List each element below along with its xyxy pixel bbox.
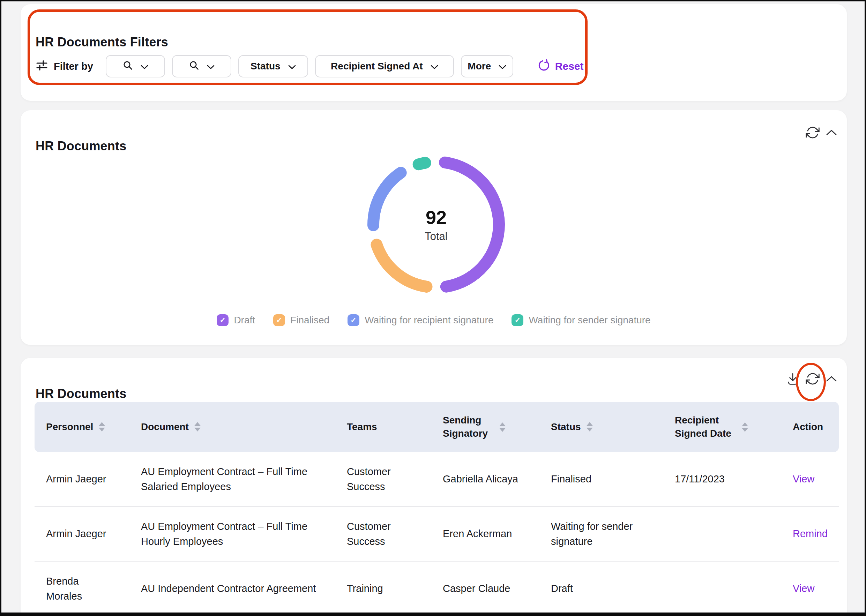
- column-label: Status: [551, 420, 581, 434]
- filter-by-label: Filter by: [54, 61, 93, 72]
- sort-icon[interactable]: [99, 422, 105, 432]
- chevron-down-icon: [288, 61, 296, 72]
- cell-status: Waiting for sender signature: [539, 519, 663, 548]
- cell-sending-signatory: Gabriella Alicaya: [431, 471, 539, 486]
- table-row: Armin Jaeger AU Employment Contract – Fu…: [35, 507, 839, 562]
- more-filters-dropdown[interactable]: More: [461, 55, 513, 77]
- hr-dashboard-screen: { "annotation_color": "#e23a0e", "filter…: [0, 0, 866, 616]
- sort-icon[interactable]: [499, 423, 506, 432]
- sort-icon[interactable]: [194, 422, 201, 432]
- cell-teams: Customer Success: [335, 519, 431, 548]
- chevron-down-icon: [498, 61, 506, 72]
- search-icon: [189, 60, 199, 73]
- donut-segment-finalised: [376, 245, 426, 286]
- chevron-down-icon: [207, 61, 215, 72]
- search-filter-dropdown-2[interactable]: [172, 55, 231, 77]
- download-icon[interactable]: [786, 372, 799, 386]
- column-label: Sending Signatory: [443, 414, 494, 440]
- cell-personnel: Brenda Morales: [35, 574, 129, 603]
- legend-item-finalised[interactable]: ✓ Finalised: [273, 314, 329, 326]
- table-row: Armin Jaeger AU Employment Contract – Fu…: [35, 452, 839, 507]
- reset-filters-button[interactable]: Reset: [538, 59, 584, 74]
- legend-label: Finalised: [290, 314, 329, 326]
- column-header-personnel[interactable]: Personnel: [35, 420, 129, 434]
- collapse-chevron-up-icon[interactable]: [826, 376, 837, 382]
- reset-icon: [538, 59, 550, 74]
- sliders-icon: [36, 59, 48, 74]
- column-header-recipient-signed-date[interactable]: Recipient Signed Date: [663, 414, 781, 440]
- legend-item-waiting-sender[interactable]: ✓ Waiting for sender signature: [511, 314, 651, 326]
- column-label: Teams: [347, 420, 377, 434]
- column-header-sending-signatory[interactable]: Sending Signatory: [431, 414, 539, 440]
- donut-segment-waiting-for-recipient-signature: [373, 173, 401, 225]
- filter-by-label-group: Filter by: [36, 59, 93, 74]
- legend-item-draft[interactable]: ✓ Draft: [217, 314, 255, 326]
- hr-documents-table-card: HR Documents Personnel: [20, 358, 847, 616]
- search-icon: [123, 60, 133, 73]
- remind-link[interactable]: Remind: [793, 528, 828, 539]
- filters-card-title: HR Documents Filters: [36, 35, 168, 50]
- legend-label: Draft: [234, 314, 255, 326]
- status-filter-label: Status: [250, 61, 281, 72]
- reset-label: Reset: [555, 60, 584, 72]
- column-header-document[interactable]: Document: [129, 420, 335, 434]
- filters-card: HR Documents Filters Filter by: [20, 4, 847, 101]
- column-label: Document: [141, 420, 189, 434]
- legend-item-waiting-recipient[interactable]: ✓ Waiting for recipient signature: [347, 314, 494, 326]
- legend-label: Waiting for recipient signature: [365, 314, 494, 326]
- cell-personnel: Armin Jaeger: [35, 526, 129, 541]
- checked-checkbox-icon: ✓: [273, 314, 285, 326]
- donut-segment-draft: [445, 163, 499, 287]
- legend-label: Waiting for sender signature: [529, 314, 651, 326]
- sort-icon[interactable]: [586, 422, 593, 432]
- more-filters-label: More: [468, 61, 491, 72]
- table-header-row: Personnel Document Teams Sending Signato…: [35, 402, 839, 452]
- column-label: Personnel: [46, 420, 93, 434]
- view-link[interactable]: View: [793, 473, 814, 484]
- cell-status: Finalised: [539, 471, 663, 486]
- cell-document: AU Independent Contractor Agreement: [129, 581, 335, 596]
- column-label: Action: [793, 420, 823, 434]
- status-donut-chart: [355, 144, 517, 306]
- chevron-down-icon: [431, 61, 438, 72]
- chevron-down-icon: [141, 61, 148, 72]
- column-header-teams: Teams: [335, 420, 431, 434]
- cell-document: AU Employment Contract – Full Time Salar…: [129, 464, 335, 493]
- refresh-icon[interactable]: [806, 372, 820, 386]
- cell-teams: Training: [335, 581, 431, 596]
- column-label: Recipient Signed Date: [675, 414, 736, 440]
- cell-sending-signatory: Eren Ackerman: [431, 526, 539, 541]
- cell-sending-signatory: Casper Claude: [431, 581, 539, 596]
- table-row: Brenda Morales AU Independent Contractor…: [35, 562, 839, 616]
- status-filter-dropdown[interactable]: Status: [238, 55, 308, 77]
- sort-icon[interactable]: [742, 423, 748, 432]
- cell-recipient-signed-date: 17/11/2023: [663, 471, 781, 486]
- chart-card-title: HR Documents: [36, 139, 126, 154]
- search-filter-dropdown-1[interactable]: [106, 55, 165, 77]
- checked-checkbox-icon: ✓: [347, 314, 359, 326]
- view-link[interactable]: View: [793, 583, 814, 594]
- cell-status: Draft: [539, 581, 663, 596]
- collapse-chevron-up-icon[interactable]: [826, 129, 837, 136]
- donut-segment-waiting-for-sender-signature: [419, 163, 425, 164]
- column-header-action: Action: [781, 420, 839, 434]
- cell-teams: Customer Success: [335, 464, 431, 493]
- table-card-controls: [786, 372, 837, 386]
- column-header-status[interactable]: Status: [539, 420, 663, 434]
- cell-personnel: Armin Jaeger: [35, 471, 129, 486]
- checked-checkbox-icon: ✓: [511, 314, 523, 326]
- filter-row: Filter by: [36, 55, 584, 77]
- checked-checkbox-icon: ✓: [217, 314, 228, 326]
- chart-card-controls: [806, 126, 837, 140]
- chart-legend: ✓ Draft ✓ Finalised ✓ Waiting for recipi…: [20, 314, 847, 326]
- recipient-signed-at-filter-label: Recipient Signed At: [331, 61, 423, 72]
- cell-document: AU Employment Contract – Full Time Hourl…: [129, 519, 335, 548]
- refresh-icon[interactable]: [806, 126, 820, 140]
- hr-documents-chart-card: HR Documents 92 Total ✓ Draft ✓ Finalise…: [20, 110, 847, 345]
- recipient-signed-at-filter-dropdown[interactable]: Recipient Signed At: [315, 55, 454, 77]
- hr-documents-table: Personnel Document Teams Sending Signato…: [35, 402, 839, 616]
- table-card-title: HR Documents: [36, 387, 126, 401]
